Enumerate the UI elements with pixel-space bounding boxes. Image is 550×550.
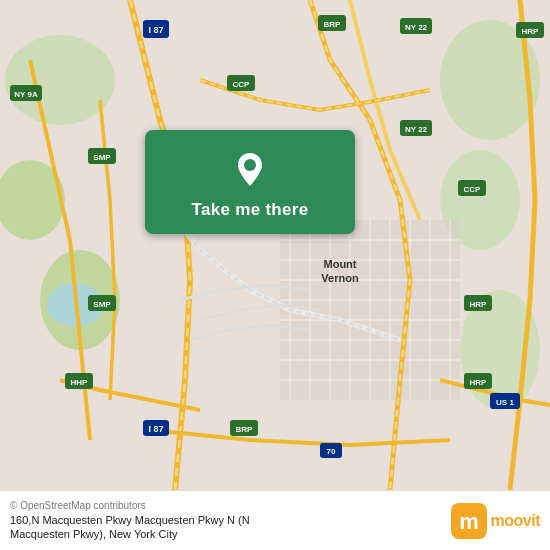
svg-text:70: 70 [327, 447, 336, 456]
svg-text:US 1: US 1 [496, 398, 514, 407]
svg-text:CCP: CCP [233, 80, 251, 89]
bottom-bar: © OpenStreetMap contributors 160,N Macqu… [0, 490, 550, 550]
svg-text:HRP: HRP [470, 300, 488, 309]
svg-point-1 [5, 35, 115, 125]
svg-text:NY 22: NY 22 [405, 125, 428, 134]
svg-point-63 [244, 159, 256, 171]
svg-text:HRP: HRP [522, 27, 540, 36]
svg-text:I 87: I 87 [148, 424, 163, 434]
svg-text:SMP: SMP [93, 300, 111, 309]
svg-text:CCP: CCP [464, 185, 482, 194]
svg-text:BRP: BRP [236, 425, 254, 434]
svg-text:SMP: SMP [93, 153, 111, 162]
svg-text:HRP: HRP [470, 378, 488, 387]
svg-text:HHP: HHP [71, 378, 89, 387]
svg-text:Vernon: Vernon [321, 272, 359, 284]
map-container: I 87 BRP NY 22 HRP NY 9A CCP NY 22 CCP S… [0, 0, 550, 490]
take-me-there-label[interactable]: Take me there [192, 200, 309, 220]
address-line2: Macquesten Pkwy), New York City [10, 527, 451, 541]
osm-credit: © OpenStreetMap contributors [10, 500, 451, 511]
take-me-there-button[interactable]: Take me there [145, 130, 355, 234]
location-pin-icon [229, 148, 271, 190]
bottom-content: © OpenStreetMap contributors 160,N Macqu… [10, 500, 451, 542]
address-line1: 160,N Macquesten Pkwy Macquesten Pkwy N … [10, 513, 451, 527]
svg-text:NY 22: NY 22 [405, 23, 428, 32]
svg-text:NY 9A: NY 9A [14, 90, 38, 99]
moovit-text: moovit [491, 512, 540, 530]
svg-text:I 87: I 87 [148, 25, 163, 35]
svg-text:Mount: Mount [324, 258, 357, 270]
moovit-logo: m moovit [451, 503, 540, 539]
svg-text:BRP: BRP [324, 20, 342, 29]
moovit-icon: m [451, 503, 487, 539]
svg-text:m: m [459, 509, 479, 534]
